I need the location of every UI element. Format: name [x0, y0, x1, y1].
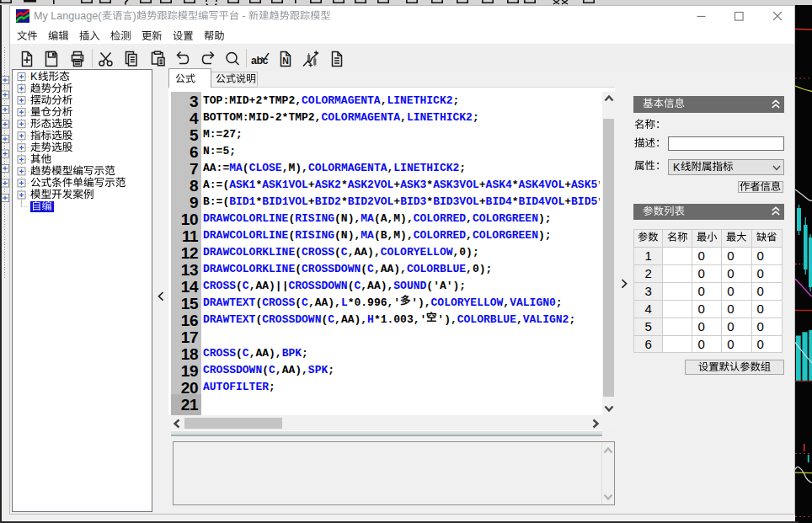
svg-text:N: N — [282, 56, 289, 66]
